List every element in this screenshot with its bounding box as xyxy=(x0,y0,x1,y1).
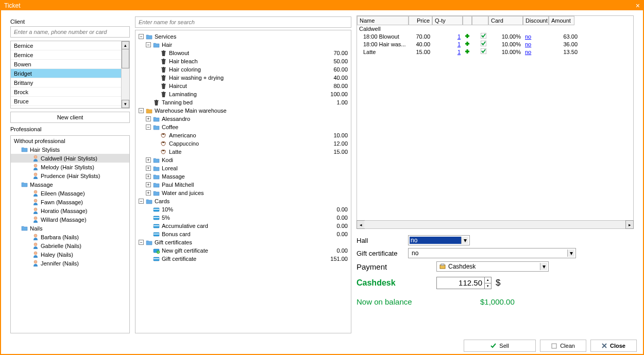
hscroll-left-icon[interactable]: ◂ xyxy=(357,220,365,229)
tree-item[interactable]: Without professional xyxy=(11,137,129,145)
catalog-item[interactable]: Cappuccino12.00 xyxy=(138,139,349,148)
qty-link[interactable]: 1 xyxy=(432,33,463,40)
dropdown-icon[interactable]: ▾ xyxy=(540,263,547,270)
catalog-item[interactable]: −Services xyxy=(138,32,349,41)
catalog-item[interactable]: +Kodi xyxy=(138,156,349,164)
client-item[interactable]: Bridget xyxy=(11,69,121,78)
catalog-item[interactable]: Bonus card0.00 xyxy=(138,230,349,238)
plus-icon[interactable] xyxy=(465,33,470,39)
col-qty[interactable]: Q-ty xyxy=(432,16,463,25)
tree-item[interactable]: Haley (Nails) xyxy=(11,250,129,259)
catalog-item[interactable]: 10%0.00 xyxy=(138,205,349,214)
expand-icon[interactable]: − xyxy=(139,108,144,113)
catalog-item[interactable]: −Gift certificates xyxy=(138,238,349,246)
check-icon[interactable] xyxy=(481,48,486,54)
hall-select[interactable]: no ▾ xyxy=(408,235,470,245)
catalog-item[interactable]: −Warehouse Main warehouse xyxy=(138,106,349,115)
client-item[interactable]: Bernice xyxy=(11,50,121,60)
tree-item[interactable]: Barbara (Nails) xyxy=(11,233,129,241)
catalog-item[interactable]: Blowout70.00 xyxy=(138,49,349,57)
check-icon[interactable] xyxy=(481,33,486,39)
tree-item[interactable]: Nails xyxy=(11,224,129,233)
tree-item[interactable]: Caldwell (Hair Stylists) xyxy=(11,154,129,163)
catalog-item[interactable]: Gift certificate151.00 xyxy=(138,255,349,263)
catalog-item[interactable]: Hair coloring60.00 xyxy=(138,65,349,74)
col-card[interactable]: Card xyxy=(488,16,523,25)
client-item[interactable]: Brock xyxy=(11,87,121,97)
dropdown-icon[interactable]: ▾ xyxy=(567,250,574,257)
catalog-item[interactable]: +Massage xyxy=(138,172,349,181)
expand-icon[interactable]: − xyxy=(146,125,151,130)
client-search-input[interactable] xyxy=(10,26,130,38)
close-icon[interactable]: × xyxy=(636,2,640,10)
tree-item[interactable]: Prudence (Hair Stylists) xyxy=(11,171,129,180)
catalog-item[interactable]: Hair washing + drying40.00 xyxy=(138,74,349,82)
tree-item[interactable]: Hair Stylists xyxy=(11,145,129,154)
tree-item[interactable]: Jennifer (Nails) xyxy=(11,259,129,268)
client-item[interactable]: Byron xyxy=(11,106,121,108)
catalog-item[interactable]: Accumulative card0.00 xyxy=(138,222,349,230)
catalog-item[interactable]: +Water and juices xyxy=(138,189,349,197)
scroll-up-icon[interactable]: ▴ xyxy=(122,41,129,49)
expand-icon[interactable]: + xyxy=(146,166,151,171)
discount-link[interactable]: no xyxy=(523,33,549,40)
new-client-button[interactable]: New client xyxy=(10,112,130,123)
payment-select[interactable]: Cashdesk ▾ xyxy=(436,261,549,272)
cart-row[interactable]: 18:00 Blowout70.00110.00%no63.00 xyxy=(357,32,633,40)
expand-icon[interactable]: − xyxy=(146,42,151,47)
tree-item[interactable]: Fawn (Massage) xyxy=(11,198,129,206)
client-item[interactable]: Brittany xyxy=(11,78,121,87)
col-price[interactable]: Price xyxy=(409,16,432,25)
catalog-item[interactable]: Americano10.00 xyxy=(138,131,349,139)
expand-icon[interactable]: − xyxy=(139,199,144,204)
catalog-item[interactable]: New gift certificate0.00 xyxy=(138,246,349,255)
catalog-item[interactable]: −Hair xyxy=(138,41,349,49)
expand-icon[interactable]: − xyxy=(139,240,144,245)
amount-up-icon[interactable]: ▴ xyxy=(484,277,491,283)
tree-item[interactable]: Willard (Massage) xyxy=(11,215,129,224)
discount-link[interactable]: no xyxy=(523,41,549,48)
client-item[interactable]: Bernice xyxy=(11,41,121,50)
cart-hscroll[interactable]: ◂ ▸ xyxy=(357,220,633,228)
hscroll-right-icon[interactable]: ▸ xyxy=(625,220,634,229)
col-discount[interactable]: Discount xyxy=(523,16,549,25)
expand-icon[interactable]: + xyxy=(146,190,151,196)
check-icon[interactable] xyxy=(481,41,486,46)
cart-row[interactable]: 18:00 Hair was...40.00110.00%no36.00 xyxy=(357,40,633,48)
tree-item[interactable]: Horatio (Massage) xyxy=(11,206,129,215)
plus-icon[interactable] xyxy=(465,41,470,46)
discount-link[interactable]: no xyxy=(523,48,549,56)
catalog-item[interactable]: Hair bleach50.00 xyxy=(138,57,349,65)
qty-link[interactable]: 1 xyxy=(432,48,463,56)
expand-icon[interactable]: + xyxy=(146,157,151,163)
scroll-down-icon[interactable]: ▾ xyxy=(122,100,129,108)
expand-icon[interactable]: + xyxy=(146,174,151,179)
catalog-item[interactable]: Laminating100.00 xyxy=(138,90,349,98)
expand-icon[interactable]: − xyxy=(139,34,144,39)
close-button[interactable]: Close xyxy=(590,340,637,352)
tree-item[interactable]: Melody (Hair Stylists) xyxy=(11,163,129,171)
expand-icon[interactable]: + xyxy=(146,116,151,121)
tree-item[interactable]: Gabrielle (Nails) xyxy=(11,241,129,250)
amount-down-icon[interactable]: ▾ xyxy=(484,283,491,289)
qty-link[interactable]: 1 xyxy=(432,41,463,48)
catalog-search-input[interactable] xyxy=(135,16,351,28)
sell-button[interactable]: Sell xyxy=(464,340,536,352)
client-scrollbar[interactable]: ▴ ▾ xyxy=(121,41,129,108)
scroll-thumb[interactable] xyxy=(122,49,129,68)
catalog-item[interactable]: +Loreal xyxy=(138,164,349,172)
cart-row[interactable]: Latte15.00110.00%no13.50 xyxy=(357,48,633,56)
client-item[interactable]: Bruce xyxy=(11,97,121,106)
catalog-item[interactable]: 5%0.00 xyxy=(138,214,349,222)
catalog-item[interactable]: −Coffee xyxy=(138,123,349,131)
amount-input[interactable]: 112.50 ▴ ▾ xyxy=(436,277,492,289)
col-amount[interactable]: Amount xyxy=(549,16,574,25)
clean-button[interactable]: Clean xyxy=(540,340,586,352)
expand-icon[interactable]: + xyxy=(146,182,151,187)
col-name[interactable]: Name xyxy=(357,16,409,25)
plus-icon[interactable] xyxy=(465,49,470,54)
catalog-item[interactable]: Tanning bed1.00 xyxy=(138,98,349,106)
client-item[interactable]: Bowen xyxy=(11,60,121,69)
catalog-item[interactable]: Haircut80.00 xyxy=(138,82,349,90)
dropdown-icon[interactable]: ▾ xyxy=(461,237,468,244)
